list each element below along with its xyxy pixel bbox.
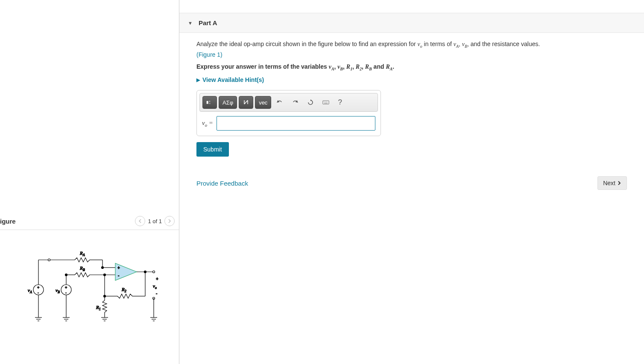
svg-text:-: - bbox=[38, 291, 39, 295]
figure-next-button[interactable] bbox=[164, 216, 175, 226]
svg-text:+: + bbox=[65, 285, 67, 290]
svg-rect-58 bbox=[323, 101, 329, 104]
figure-page-label: 1 of 1 bbox=[148, 218, 162, 224]
view-hints-toggle[interactable]: ▶ View Available Hint(s) bbox=[196, 76, 627, 83]
answer-box: x√▫ ΑΣφ vec bbox=[196, 90, 381, 136]
svg-text:vo: vo bbox=[153, 283, 157, 290]
answer-input[interactable] bbox=[217, 116, 375, 131]
svg-text:+: + bbox=[37, 285, 39, 290]
svg-text:+: + bbox=[156, 277, 158, 281]
svg-text:-: - bbox=[65, 291, 67, 295]
chevron-right-icon bbox=[617, 181, 621, 185]
equation-toolbar: x√▫ ΑΣφ vec bbox=[199, 93, 378, 112]
svg-text:-: - bbox=[118, 273, 119, 278]
svg-text:vA: vA bbox=[28, 288, 32, 294]
svg-rect-55 bbox=[207, 101, 208, 104]
figure-reference-link[interactable]: (Figure 1) bbox=[196, 51, 222, 58]
next-button[interactable]: Next bbox=[597, 176, 627, 190]
circuit-diagram: vA + - vB + - RA bbox=[13, 243, 167, 337]
figure-title: igure bbox=[0, 218, 16, 225]
svg-text:RA: RA bbox=[79, 250, 85, 257]
svg-point-13 bbox=[48, 259, 50, 261]
answer-instructions: Express your answer in terms of the vari… bbox=[196, 63, 627, 71]
reset-button[interactable] bbox=[304, 96, 317, 109]
subscript-button[interactable] bbox=[239, 96, 253, 109]
part-title: Part A bbox=[199, 19, 217, 26]
figure-prev-button[interactable] bbox=[135, 216, 145, 226]
templates-button[interactable]: x√▫ bbox=[202, 96, 217, 109]
svg-point-28 bbox=[152, 271, 155, 273]
expand-caret-icon: ▶ bbox=[196, 77, 200, 83]
figure-pagination: 1 of 1 bbox=[135, 216, 175, 226]
provide-feedback-link[interactable]: Provide Feedback bbox=[196, 180, 248, 187]
vector-button[interactable]: vec bbox=[255, 96, 271, 109]
svg-text:-: - bbox=[156, 291, 157, 296]
figure-panel: igure 1 of 1 vA + - bbox=[0, 0, 179, 364]
undo-button[interactable] bbox=[273, 96, 287, 109]
svg-text:+: + bbox=[117, 265, 120, 270]
svg-text:RB: RB bbox=[79, 265, 85, 272]
answer-variable-label: vo = bbox=[202, 119, 213, 128]
help-button[interactable]: ? bbox=[334, 96, 345, 109]
svg-text:R1: R1 bbox=[96, 305, 101, 311]
collapse-caret-icon: ▼ bbox=[188, 20, 193, 26]
svg-text:vB: vB bbox=[56, 288, 60, 294]
svg-point-20 bbox=[65, 274, 67, 276]
svg-text:√▫: √▫ bbox=[209, 102, 211, 105]
keyboard-button[interactable] bbox=[319, 96, 333, 109]
svg-text:R2: R2 bbox=[121, 287, 126, 293]
redo-button[interactable] bbox=[288, 96, 302, 109]
greek-symbols-button[interactable]: ΑΣφ bbox=[219, 96, 237, 109]
question-prompt: Analyze the ideal op-amp circuit shown i… bbox=[196, 40, 627, 50]
part-header[interactable]: ▼ Part A bbox=[179, 13, 644, 33]
submit-button[interactable]: Submit bbox=[196, 142, 229, 157]
